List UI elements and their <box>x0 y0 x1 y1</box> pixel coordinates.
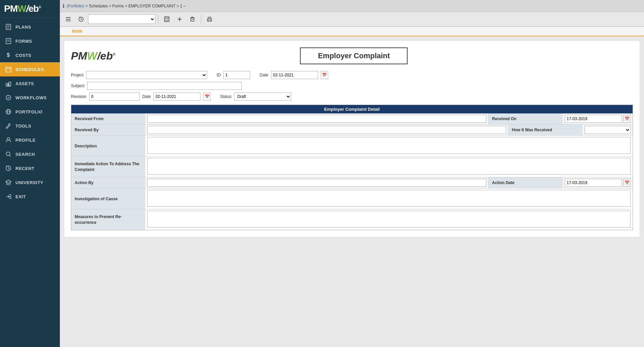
immediate-action-textarea[interactable] <box>147 158 631 175</box>
sidebar-item-forms-label: FORMS <box>15 39 32 44</box>
toolbar-separator-2 <box>201 14 201 24</box>
sidebar-item-profile-label: PROFILE <box>15 138 36 143</box>
project-label: Project <box>71 73 83 77</box>
revision-date-calendar-button[interactable]: 📅 <box>203 93 211 101</box>
add-button[interactable] <box>174 15 185 24</box>
assets-icon <box>5 80 12 87</box>
sidebar-item-forms[interactable]: FORMS <box>0 34 60 48</box>
immediate-action-textarea-cell <box>145 157 633 177</box>
top-bar: ℹ (Portfolio) > Schedules > Forms > EMPL… <box>60 0 644 12</box>
investigation-label: Investigation of Cause <box>71 188 145 209</box>
sidebar-item-workflows[interactable]: WORKFLOWS <box>0 91 60 105</box>
received-from-row: Received From Received On 📅 <box>71 113 633 125</box>
project-select[interactable] <box>86 71 207 79</box>
sidebar-item-exit-label: EXIT <box>15 194 26 199</box>
breadcrumb: (Portfolio) > Schedules > Forms > EMPLOY… <box>67 4 186 8</box>
form-logo: PMW/eb® <box>71 50 115 62</box>
action-date-col: Action Date 📅 <box>488 177 633 188</box>
delete-button[interactable] <box>187 15 198 24</box>
measures-textarea[interactable] <box>147 211 631 228</box>
svg-line-20 <box>9 155 11 157</box>
revision-label: Revision <box>71 94 86 99</box>
sidebar-item-exit[interactable]: EXIT <box>0 189 60 204</box>
svg-rect-11 <box>6 83 8 86</box>
tools-icon <box>5 122 12 130</box>
sidebar-item-plans[interactable]: PLANS <box>0 20 60 34</box>
sidebar-item-university-label: UNIVERSITY <box>15 180 43 185</box>
investigation-textarea[interactable] <box>147 190 631 207</box>
sidebar-item-search-label: SEARCH <box>15 152 35 157</box>
info-icon: ℹ <box>63 3 65 9</box>
action-by-col: Action By <box>71 177 488 188</box>
history-button[interactable] <box>75 15 87 24</box>
sidebar-item-plans-label: PLANS <box>15 25 31 30</box>
date-label: Date <box>260 73 268 77</box>
sidebar-item-tools[interactable]: TOOLS <box>0 119 60 133</box>
id-field[interactable] <box>223 71 250 79</box>
revision-field[interactable] <box>89 93 140 101</box>
breadcrumb-portfolio[interactable]: (Portfolio) <box>67 4 84 8</box>
sidebar-item-recent[interactable]: RECENT <box>0 161 60 175</box>
revision-date-label: Date <box>142 94 151 99</box>
received-on-col: Received On 📅 <box>488 113 633 124</box>
received-from-field[interactable] <box>147 115 486 123</box>
svg-rect-4 <box>6 38 11 44</box>
investigation-row: Investigation of Cause <box>71 188 633 209</box>
sidebar-logo: PMW/eb® <box>0 0 60 18</box>
menu-button[interactable] <box>63 15 74 24</box>
print-button[interactable] <box>204 15 215 24</box>
sidebar-item-university[interactable]: UNIVERSITY <box>0 175 60 189</box>
immediate-action-row: Immediate Action To Address The Complain… <box>71 157 633 177</box>
investigation-textarea-cell <box>145 188 633 209</box>
sidebar-item-profile[interactable]: PROFILE <box>0 133 60 147</box>
workflows-icon <box>5 94 12 101</box>
received-on-input-cell: 📅 <box>563 113 633 124</box>
status-select[interactable]: Draft Approved Closed <box>234 93 291 101</box>
action-by-input-cell <box>145 177 488 188</box>
revision-date-field[interactable] <box>153 93 200 101</box>
action-date-calendar-button[interactable]: 📅 <box>623 179 631 187</box>
sidebar-nav: PLANS FORMS $ COSTS SCHEDULES ASSETS <box>0 18 60 347</box>
toolbar <box>60 12 644 27</box>
description-row: Description <box>71 136 633 157</box>
action-date-field[interactable] <box>565 179 622 187</box>
action-by-row: Action By Action Date 📅 <box>71 177 633 188</box>
received-from-label: Received From <box>71 113 145 124</box>
sidebar-item-search[interactable]: SEARCH <box>0 147 60 161</box>
sidebar-item-costs[interactable]: $ COSTS <box>0 48 60 62</box>
toolbar-select[interactable] <box>88 14 155 24</box>
received-on-field[interactable] <box>565 115 622 123</box>
sidebar-item-portfolio[interactable]: PORTFOLIO <box>0 105 60 119</box>
tab-main[interactable]: MAIN <box>65 27 89 36</box>
immediate-action-label: Immediate Action To Address The Complain… <box>71 157 145 177</box>
date-field[interactable] <box>271 71 318 79</box>
detail-body: Received From Received On 📅 <box>71 113 633 230</box>
logo: PMW/eb® <box>4 3 56 14</box>
form-header: PMW/eb® Employer Complaint <box>71 47 633 64</box>
sidebar-item-tools-label: TOOLS <box>15 124 31 129</box>
received-by-field[interactable] <box>147 126 506 134</box>
description-textarea[interactable] <box>147 137 631 154</box>
svg-rect-12 <box>9 82 11 86</box>
received-by-label: Received By <box>71 125 145 135</box>
search-icon <box>5 150 12 158</box>
received-by-row: Received By How It Was Received <box>71 125 633 136</box>
how-received-col: How It Was Received <box>508 125 633 135</box>
toolbar-separator-1 <box>158 14 158 24</box>
subject-field[interactable] <box>87 82 242 90</box>
sidebar-item-assets-label: ASSETS <box>15 81 34 86</box>
sidebar-item-schedules[interactable]: SCHEDULES <box>0 62 60 76</box>
save-button[interactable] <box>161 15 173 24</box>
main-area: ℹ (Portfolio) > Schedules > Forms > EMPL… <box>60 0 644 347</box>
breadcrumb-path: > Schedules > Forms > EMPLOYER COMPLAINT… <box>85 4 186 8</box>
how-received-select[interactable] <box>584 126 631 134</box>
university-icon <box>5 179 12 186</box>
action-by-field[interactable] <box>147 179 486 187</box>
date-calendar-button[interactable]: 📅 <box>321 71 328 79</box>
received-on-calendar-button[interactable]: 📅 <box>623 115 631 123</box>
detail-header: Employer Complaint Detail <box>71 105 633 113</box>
project-row: Project ID Date 📅 <box>71 71 633 79</box>
sidebar-item-assets[interactable]: ASSETS <box>0 76 60 91</box>
form-container: PMW/eb® Employer Complaint Project ID Da… <box>64 40 640 237</box>
sidebar-item-workflows-label: WORKFLOWS <box>15 95 47 100</box>
